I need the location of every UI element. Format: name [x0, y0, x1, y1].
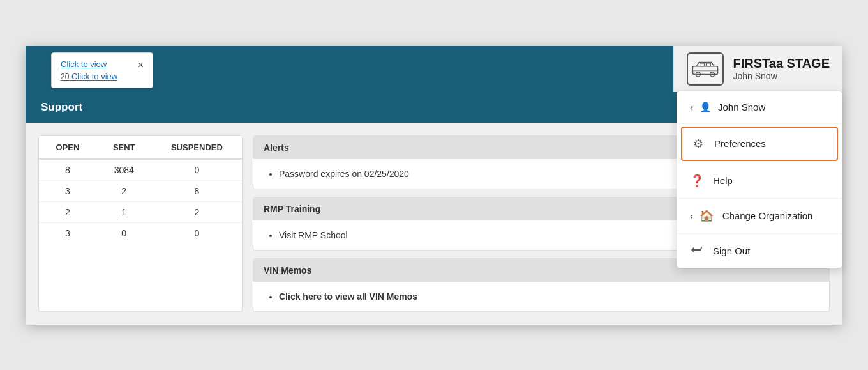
change-org-back-arrow-icon: ‹	[690, 211, 693, 221]
app-window: Click to view 20 Click to view ×	[26, 46, 842, 325]
sign-out-icon: ⮨	[690, 244, 704, 258]
notification-close-button[interactable]: ×	[138, 59, 144, 71]
dropdown-help-item[interactable]: ❓ Help	[677, 164, 842, 199]
preferences-label: Preferences	[714, 138, 766, 149]
notification-popup: Click to view 20 Click to view ×	[51, 52, 153, 88]
col-header-open: OPEN	[39, 136, 96, 159]
table-cell: 3	[39, 180, 96, 201]
table-row: 3 0 0	[39, 222, 242, 243]
garage-icon: 🏠	[700, 209, 714, 223]
brand-subtitle: John Snow	[733, 71, 830, 81]
left-panel: OPEN SENT SUSPENDED 8 3084 0 3	[38, 135, 243, 312]
table-cell: 8	[39, 159, 96, 181]
data-table: OPEN SENT SUSPENDED 8 3084 0 3	[39, 136, 242, 243]
gear-icon: ⚙	[691, 137, 705, 151]
help-label: Help	[713, 175, 733, 186]
dropdown-change-org-item[interactable]: ‹ 🏠 Change Organization	[677, 199, 842, 234]
dropdown-preferences-item[interactable]: ⚙ Preferences	[681, 127, 838, 161]
table-cell: 0	[96, 222, 152, 243]
dropdown-menu: ‹ 👤 John Snow ⚙ Preferences ❓ Help ‹ 🏠 C…	[677, 91, 842, 268]
brand-button[interactable]: FIRSTaa STAGE John Snow	[673, 46, 842, 92]
table-cell: 0	[152, 222, 242, 243]
svg-rect-3	[700, 63, 705, 66]
col-header-suspended: SUSPENDED	[152, 136, 242, 159]
table-row: 8 3084 0	[39, 159, 242, 181]
table-cell: 1	[96, 201, 152, 222]
table-cell: 0	[152, 159, 242, 181]
table-row: 2 1 2	[39, 201, 242, 222]
brand-text: FIRSTaa STAGE John Snow	[733, 56, 830, 81]
col-header-sent: SENT	[96, 136, 152, 159]
user-id-icon: 👤	[700, 102, 712, 113]
table-cell: 2	[152, 201, 242, 222]
svg-rect-4	[707, 63, 711, 66]
help-icon: ❓	[690, 174, 704, 188]
notification-link-1[interactable]: Click to view	[61, 59, 117, 69]
table-cell: 3084	[96, 159, 152, 181]
table-cell: 3	[39, 222, 96, 243]
table-cell: 2	[39, 201, 96, 222]
dropdown-sign-out-item[interactable]: ⮨ Sign Out	[677, 234, 842, 268]
dropdown-user-item[interactable]: ‹ 👤 John Snow	[677, 91, 842, 124]
table-cell: 2	[96, 180, 152, 201]
notification-link-2[interactable]: 20 Click to view	[61, 72, 117, 81]
table-cell: 8	[152, 180, 242, 201]
support-bar-title: Support	[41, 101, 82, 113]
dropdown-username: John Snow	[718, 102, 765, 112]
user-back-arrow-icon: ‹	[690, 102, 693, 112]
notification-links: Click to view 20 Click to view	[61, 59, 117, 81]
table-row: 3 2 8	[39, 180, 242, 201]
vin-memos-item[interactable]: Click here to view all VIN Memos	[279, 289, 816, 304]
brand-title: FIRSTaa STAGE	[733, 56, 830, 71]
car-icon	[687, 52, 724, 86]
sign-out-label: Sign Out	[713, 245, 750, 256]
vin-memos-body: Click here to view all VIN Memos	[253, 282, 829, 311]
car-svg	[692, 60, 719, 78]
change-org-label: Change Organization	[722, 210, 813, 221]
